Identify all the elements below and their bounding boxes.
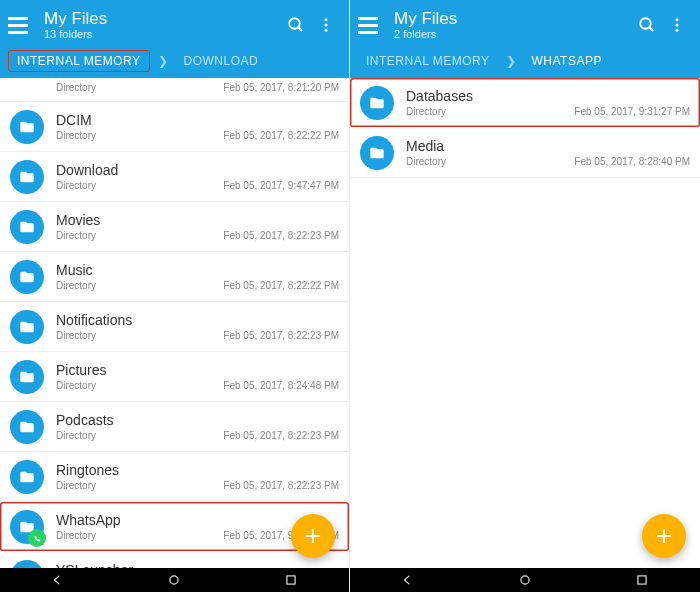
folder-icon — [360, 86, 394, 120]
list-item[interactable]: RingtonesDirectoryFeb 05, 2017, 8:22:23 … — [0, 452, 349, 502]
item-meta: DirectoryFeb 05, 2017, 9:31:27 PM — [406, 106, 690, 117]
item-meta: Directory Feb 05, 2017, 8:21:20 PM — [56, 82, 339, 93]
folder-icon — [10, 560, 44, 569]
list-item[interactable]: PodcastsDirectoryFeb 05, 2017, 8:22:23 P… — [0, 402, 349, 452]
breadcrumb: INTERNAL MEMORY❯WHATSAPP — [350, 48, 700, 78]
svg-rect-13 — [638, 576, 646, 584]
svg-point-3 — [325, 24, 328, 27]
svg-point-7 — [640, 18, 651, 29]
item-name: Movies — [56, 212, 339, 228]
breadcrumb-item[interactable]: DOWNLOAD — [176, 51, 267, 71]
list-item[interactable]: YSLauncherDirectoryFeb 05, 2017, 8:22:07… — [0, 552, 349, 568]
item-name: Notifications — [56, 312, 339, 328]
more-icon[interactable] — [662, 10, 692, 40]
menu-icon[interactable] — [8, 11, 36, 39]
back-icon[interactable] — [43, 570, 73, 590]
app-title: My Files — [394, 10, 632, 29]
item-name: Download — [56, 162, 339, 178]
svg-line-1 — [298, 27, 302, 31]
title-block: My Files 2 folders — [394, 10, 632, 41]
list-item[interactable]: Directory Feb 05, 2017, 8:21:20 PM — [0, 78, 349, 102]
folder-list[interactable]: DatabasesDirectoryFeb 05, 2017, 9:31:27 … — [350, 78, 700, 568]
app-header: My Files 2 folders — [350, 0, 700, 48]
folder-icon — [10, 360, 44, 394]
svg-point-2 — [325, 18, 328, 21]
svg-line-8 — [649, 27, 653, 31]
list-item[interactable]: DownloadDirectoryFeb 05, 2017, 9:47:47 P… — [0, 152, 349, 202]
folder-icon — [10, 460, 44, 494]
folder-icon — [10, 160, 44, 194]
item-name: Media — [406, 138, 690, 154]
breadcrumb: INTERNAL MEMORY❯DOWNLOAD — [0, 48, 349, 78]
svg-point-11 — [676, 29, 679, 32]
svg-point-9 — [676, 18, 679, 21]
home-icon[interactable] — [510, 570, 540, 590]
breadcrumb-item[interactable]: INTERNAL MEMORY — [358, 51, 498, 71]
folder-icon — [10, 110, 44, 144]
svg-point-5 — [170, 576, 178, 584]
folder-count: 13 folders — [44, 28, 281, 40]
add-button[interactable]: + — [642, 514, 686, 558]
item-meta: DirectoryFeb 05, 2017, 8:22:23 PM — [56, 430, 339, 441]
search-icon[interactable] — [632, 10, 662, 40]
item-meta: DirectoryFeb 05, 2017, 9:47:47 PM — [56, 180, 339, 191]
folder-icon — [10, 310, 44, 344]
pane-internal-memory: My Files 13 folders INTERNAL MEMORY❯DOWN… — [0, 0, 350, 592]
more-icon[interactable] — [311, 10, 341, 40]
folder-icon — [10, 260, 44, 294]
svg-point-10 — [676, 24, 679, 27]
home-icon[interactable] — [159, 570, 189, 590]
folder-icon — [10, 410, 44, 444]
recents-icon[interactable] — [276, 570, 306, 590]
list-item[interactable]: NotificationsDirectoryFeb 05, 2017, 8:22… — [0, 302, 349, 352]
chevron-right-icon: ❯ — [158, 54, 168, 68]
app-header: My Files 13 folders — [0, 0, 349, 48]
system-navbar — [0, 568, 349, 592]
item-name: DCIM — [56, 112, 339, 128]
list-item[interactable]: DCIMDirectoryFeb 05, 2017, 8:22:22 PM — [0, 102, 349, 152]
item-meta: DirectoryFeb 05, 2017, 8:22:23 PM — [56, 230, 339, 241]
svg-point-4 — [325, 29, 328, 32]
svg-rect-6 — [287, 576, 295, 584]
item-meta: DirectoryFeb 05, 2017, 8:28:40 PM — [406, 156, 690, 167]
item-name: Ringtones — [56, 462, 339, 478]
breadcrumb-item[interactable]: INTERNAL MEMORY — [8, 50, 150, 72]
svg-point-0 — [289, 18, 300, 29]
back-icon[interactable] — [393, 570, 423, 590]
item-meta: DirectoryFeb 05, 2017, 8:22:22 PM — [56, 280, 339, 291]
list-item[interactable]: MediaDirectoryFeb 05, 2017, 8:28:40 PM — [350, 128, 700, 178]
item-name: YSLauncher — [56, 562, 339, 568]
add-button[interactable]: + — [291, 514, 335, 558]
item-meta: DirectoryFeb 05, 2017, 8:22:23 PM — [56, 480, 339, 491]
item-name: Databases — [406, 88, 690, 104]
title-block: My Files 13 folders — [44, 10, 281, 41]
list-item[interactable]: PicturesDirectoryFeb 05, 2017, 8:24:48 P… — [0, 352, 349, 402]
app-title: My Files — [44, 10, 281, 29]
system-navbar — [350, 568, 700, 592]
item-name: Music — [56, 262, 339, 278]
item-meta: DirectoryFeb 05, 2017, 8:24:48 PM — [56, 380, 339, 391]
svg-point-12 — [521, 576, 529, 584]
chevron-right-icon: ❯ — [506, 54, 516, 68]
item-name: Pictures — [56, 362, 339, 378]
folder-count: 2 folders — [394, 28, 632, 40]
folder-icon — [10, 210, 44, 244]
menu-icon[interactable] — [358, 11, 386, 39]
list-item[interactable]: MusicDirectoryFeb 05, 2017, 8:22:22 PM — [0, 252, 349, 302]
search-icon[interactable] — [281, 10, 311, 40]
folder-icon — [360, 136, 394, 170]
whatsapp-icon — [28, 529, 46, 547]
breadcrumb-item[interactable]: WHATSAPP — [524, 51, 610, 71]
item-meta: DirectoryFeb 05, 2017, 8:22:23 PM — [56, 330, 339, 341]
recents-icon[interactable] — [627, 570, 657, 590]
list-item[interactable]: MoviesDirectoryFeb 05, 2017, 8:22:23 PM — [0, 202, 349, 252]
item-name: Podcasts — [56, 412, 339, 428]
item-meta: DirectoryFeb 05, 2017, 8:22:22 PM — [56, 130, 339, 141]
list-item[interactable]: DatabasesDirectoryFeb 05, 2017, 9:31:27 … — [350, 78, 700, 128]
folder-list[interactable]: Directory Feb 05, 2017, 8:21:20 PM DCIMD… — [0, 78, 349, 568]
pane-whatsapp: My Files 2 folders INTERNAL MEMORY❯WHATS… — [350, 0, 700, 592]
